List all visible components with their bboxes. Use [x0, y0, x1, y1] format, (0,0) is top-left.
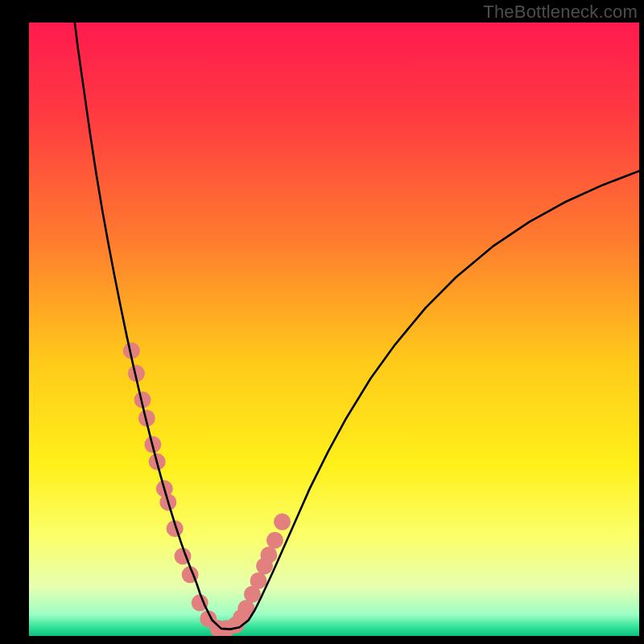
plot-area [29, 23, 639, 636]
data-point [260, 547, 277, 564]
watermark-label: TheBottleneck.com [483, 2, 638, 23]
outer-frame: TheBottleneck.com [0, 0, 644, 644]
data-point [266, 532, 283, 549]
gradient-background [29, 23, 639, 636]
data-point [274, 514, 291, 530]
data-point [250, 572, 267, 589]
chart-svg [29, 23, 639, 636]
